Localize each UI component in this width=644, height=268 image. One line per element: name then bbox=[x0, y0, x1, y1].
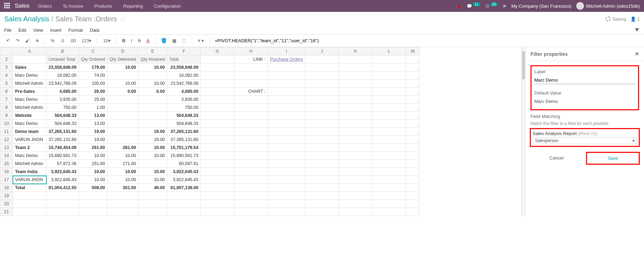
default-value[interactable]: Marc Demo bbox=[534, 98, 635, 105]
cell[interactable] bbox=[107, 128, 138, 136]
close-icon[interactable]: ✕ bbox=[503, 3, 506, 9]
cell[interactable]: 3,922,645.43 bbox=[46, 168, 79, 176]
cell[interactable]: 37,265,131.60 bbox=[167, 128, 200, 136]
cell[interactable]: 10.00 bbox=[107, 176, 138, 184]
cell[interactable] bbox=[138, 200, 167, 208]
formula-bar[interactable] bbox=[213, 37, 640, 45]
font-size-dropdown[interactable]: 10 ▾ bbox=[101, 37, 112, 45]
cell[interactable]: 19.00 bbox=[79, 136, 107, 144]
save-button[interactable]: Save bbox=[587, 152, 639, 164]
row-header[interactable]: 4 bbox=[0, 72, 13, 80]
cell[interactable]: 19.00 bbox=[138, 136, 167, 144]
cell[interactable] bbox=[46, 192, 79, 200]
menu-orders[interactable]: Orders bbox=[38, 3, 52, 9]
cell[interactable] bbox=[107, 208, 138, 216]
cell[interactable]: 10.00 bbox=[107, 80, 138, 88]
cell[interactable] bbox=[234, 72, 268, 80]
italic-icon[interactable]: I bbox=[129, 37, 134, 45]
breadcrumb-root[interactable]: Sales Analysis bbox=[4, 15, 49, 23]
cell[interactable] bbox=[138, 120, 167, 128]
cell[interactable] bbox=[234, 144, 268, 152]
filter-icon[interactable] bbox=[634, 27, 640, 33]
cell[interactable]: Mitchell Admin bbox=[13, 104, 46, 112]
cell[interactable]: 23,558,848.09 bbox=[167, 64, 200, 72]
cell[interactable]: 16,082.00 bbox=[46, 72, 79, 80]
cell[interactable]: 10.00 bbox=[107, 152, 138, 160]
row-header[interactable]: 9 bbox=[0, 112, 13, 120]
cell[interactable] bbox=[46, 200, 79, 208]
cell[interactable] bbox=[138, 96, 167, 104]
cell[interactable]: Total bbox=[13, 184, 46, 192]
cell[interactable] bbox=[234, 160, 268, 168]
merge-icon[interactable]: ⬚ bbox=[180, 37, 188, 45]
cell[interactable]: Website bbox=[13, 112, 46, 120]
cell[interactable]: VARUN JHON bbox=[13, 176, 46, 184]
cell[interactable] bbox=[138, 192, 167, 200]
cell[interactable] bbox=[107, 96, 138, 104]
row-header[interactable]: 19 bbox=[0, 192, 13, 200]
cell[interactable]: 261.00 bbox=[79, 144, 107, 152]
cell[interactable] bbox=[79, 208, 107, 216]
debug-icon[interactable]: 🐞 bbox=[456, 3, 462, 9]
col-header[interactable]: I bbox=[268, 47, 305, 55]
cell[interactable] bbox=[138, 104, 167, 112]
cell[interactable]: 3,922,645.43 bbox=[46, 176, 79, 184]
bold-icon[interactable]: B bbox=[120, 37, 127, 45]
cell[interactable] bbox=[234, 96, 268, 104]
cell[interactable] bbox=[79, 192, 107, 200]
row-header[interactable]: 8 bbox=[0, 104, 13, 112]
cell[interactable]: 37,265,131.60 bbox=[46, 136, 79, 144]
menu-format[interactable]: Format bbox=[68, 28, 83, 33]
cell[interactable] bbox=[107, 112, 138, 120]
cell[interactable]: 4,685.00 bbox=[167, 88, 200, 96]
cell[interactable]: 26.00 bbox=[79, 88, 107, 96]
cell[interactable]: 10.00 bbox=[138, 144, 167, 152]
collaborators-count[interactable]: 👤 1 bbox=[630, 16, 640, 22]
cell[interactable]: 301.00 bbox=[107, 184, 138, 192]
cell[interactable]: 10.00 bbox=[79, 152, 107, 160]
cell[interactable] bbox=[79, 200, 107, 208]
user-menu[interactable]: Mitchell Admin (odoo15db) bbox=[576, 2, 640, 10]
cell[interactable] bbox=[234, 136, 268, 144]
col-header[interactable]: G bbox=[200, 47, 234, 55]
text-color-icon[interactable]: A bbox=[144, 37, 152, 45]
row-header[interactable]: 18 bbox=[0, 184, 13, 192]
col-header[interactable]: B bbox=[46, 47, 79, 55]
cell[interactable]: 10.00 bbox=[138, 152, 167, 160]
cell[interactable]: Mitchell Admin bbox=[13, 160, 46, 168]
apps-icon[interactable] bbox=[4, 3, 10, 9]
cell[interactable] bbox=[138, 160, 167, 168]
cell[interactable] bbox=[234, 208, 268, 216]
cell[interactable]: 105.00 bbox=[79, 80, 107, 88]
messages-icon[interactable]: 💬11 bbox=[467, 3, 480, 9]
cell[interactable]: 57,872.36 bbox=[46, 160, 79, 168]
cell[interactable] bbox=[234, 200, 268, 208]
cell[interactable] bbox=[234, 152, 268, 160]
cell[interactable] bbox=[234, 104, 268, 112]
cell[interactable] bbox=[13, 192, 46, 200]
cell[interactable]: 750.00 bbox=[46, 104, 79, 112]
cell[interactable] bbox=[234, 112, 268, 120]
cell[interactable]: 10.00 bbox=[138, 168, 167, 176]
col-header[interactable]: A bbox=[13, 47, 46, 55]
cell[interactable]: 23,542,766.09 bbox=[167, 80, 200, 88]
redo-icon[interactable]: ↷ bbox=[14, 37, 22, 45]
cell[interactable]: 10.00 bbox=[79, 176, 107, 184]
cell[interactable] bbox=[167, 208, 200, 216]
col-header[interactable]: K bbox=[339, 47, 372, 55]
cell[interactable] bbox=[107, 192, 138, 200]
row-header[interactable]: 10 bbox=[0, 120, 13, 128]
favorite-star-icon[interactable]: ☆ bbox=[120, 15, 126, 23]
cell[interactable]: 13.00 bbox=[79, 120, 107, 128]
cell[interactable] bbox=[107, 104, 138, 112]
vertical-scrollbar[interactable] bbox=[521, 47, 525, 216]
cancel-button[interactable]: Cancel bbox=[530, 152, 583, 164]
row-header[interactable]: 16 bbox=[0, 168, 13, 176]
cell[interactable] bbox=[138, 112, 167, 120]
menu-insert[interactable]: Insert bbox=[50, 28, 61, 33]
cell[interactable]: Team India bbox=[13, 168, 46, 176]
cell[interactable]: 15,690,581.73 bbox=[46, 152, 79, 160]
paint-format-icon[interactable]: 🖌 bbox=[23, 37, 32, 45]
cell[interactable]: 15,690,581.73 bbox=[167, 152, 200, 160]
company-switcher[interactable]: My Company (San Francisco) bbox=[511, 3, 571, 9]
